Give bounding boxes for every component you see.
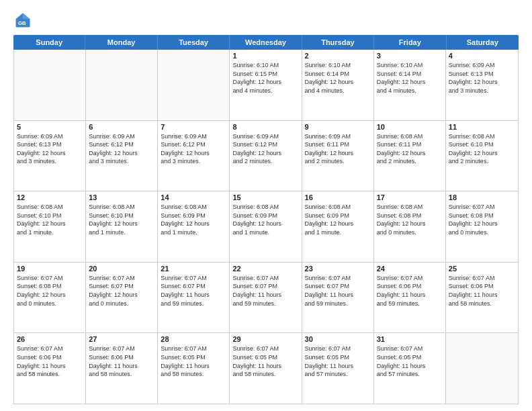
cell-info: Sunrise: 6:07 AMSunset: 6:07 PMDaylight:… xyxy=(89,274,154,308)
svg-text:GB: GB xyxy=(18,20,26,26)
cal-cell: 22Sunrise: 6:07 AMSunset: 6:07 PMDayligh… xyxy=(230,263,302,333)
cell-info: Sunrise: 6:09 AMSunset: 6:12 PMDaylight:… xyxy=(232,132,298,166)
day-number: 17 xyxy=(377,193,443,201)
logo-icon: GB xyxy=(13,11,32,30)
cal-cell: 12Sunrise: 6:08 AMSunset: 6:10 PMDayligh… xyxy=(14,191,86,262)
cell-info: Sunrise: 6:08 AMSunset: 6:09 PMDaylight:… xyxy=(232,203,298,236)
cell-info: Sunrise: 6:08 AMSunset: 6:08 PMDaylight:… xyxy=(377,203,443,236)
cell-info: Sunrise: 6:07 AMSunset: 6:05 PMDaylight:… xyxy=(305,345,371,378)
day-number: 18 xyxy=(449,193,515,201)
cal-cell: 2Sunrise: 6:10 AMSunset: 6:14 PMDaylight… xyxy=(302,50,374,120)
calendar-body: 1Sunrise: 6:10 AMSunset: 6:15 PMDaylight… xyxy=(13,50,519,404)
day-number: 25 xyxy=(449,265,515,273)
cell-info: Sunrise: 6:09 AMSunset: 6:12 PMDaylight:… xyxy=(161,132,226,166)
cell-info: Sunrise: 6:08 AMSunset: 6:09 PMDaylight:… xyxy=(305,203,371,236)
cal-cell: 1Sunrise: 6:10 AMSunset: 6:15 PMDaylight… xyxy=(230,50,302,120)
cal-cell: 30Sunrise: 6:07 AMSunset: 6:05 PMDayligh… xyxy=(302,333,374,404)
cell-info: Sunrise: 6:07 AMSunset: 6:06 PMDaylight:… xyxy=(449,274,515,308)
day-number: 22 xyxy=(232,265,298,273)
cal-cell: 25Sunrise: 6:07 AMSunset: 6:06 PMDayligh… xyxy=(446,263,518,333)
cell-info: Sunrise: 6:07 AMSunset: 6:05 PMDaylight:… xyxy=(377,345,443,378)
cell-info: Sunrise: 6:07 AMSunset: 6:05 PMDaylight:… xyxy=(232,345,298,378)
day-number: 20 xyxy=(89,265,154,273)
day-number: 4 xyxy=(449,52,515,60)
cal-cell: 11Sunrise: 6:08 AMSunset: 6:10 PMDayligh… xyxy=(446,121,518,191)
cal-cell: 28Sunrise: 6:07 AMSunset: 6:05 PMDayligh… xyxy=(158,333,230,404)
cell-info: Sunrise: 6:07 AMSunset: 6:08 PMDaylight:… xyxy=(17,274,83,308)
day-number: 13 xyxy=(89,193,154,201)
cell-info: Sunrise: 6:10 AMSunset: 6:14 PMDaylight:… xyxy=(377,61,443,95)
cal-cell: 10Sunrise: 6:08 AMSunset: 6:11 PMDayligh… xyxy=(374,121,446,191)
svg-marker-1 xyxy=(23,13,30,19)
cal-cell: 9Sunrise: 6:09 AMSunset: 6:11 PMDaylight… xyxy=(302,121,374,191)
cal-cell xyxy=(14,50,86,120)
header: GB xyxy=(13,11,519,30)
cal-cell: 8Sunrise: 6:09 AMSunset: 6:12 PMDaylight… xyxy=(230,121,302,191)
cal-cell: 7Sunrise: 6:09 AMSunset: 6:12 PMDaylight… xyxy=(158,121,230,191)
cal-cell xyxy=(158,50,230,120)
day-number: 26 xyxy=(17,335,83,343)
cal-cell: 29Sunrise: 6:07 AMSunset: 6:05 PMDayligh… xyxy=(230,333,302,404)
day-number: 19 xyxy=(17,265,83,273)
cell-info: Sunrise: 6:08 AMSunset: 6:10 PMDaylight:… xyxy=(449,132,515,166)
day-number: 9 xyxy=(305,123,371,131)
cell-info: Sunrise: 6:08 AMSunset: 6:10 PMDaylight:… xyxy=(89,203,154,236)
day-number: 15 xyxy=(232,193,298,201)
day-number: 2 xyxy=(305,52,371,60)
cell-info: Sunrise: 6:10 AMSunset: 6:15 PMDaylight:… xyxy=(232,61,298,95)
header-day-saturday: Saturday xyxy=(447,35,519,50)
day-number: 12 xyxy=(17,193,83,201)
day-number: 16 xyxy=(305,193,371,201)
cal-cell: 4Sunrise: 6:09 AMSunset: 6:13 PMDaylight… xyxy=(446,50,518,120)
cell-info: Sunrise: 6:10 AMSunset: 6:14 PMDaylight:… xyxy=(305,61,371,95)
cal-cell: 5Sunrise: 6:09 AMSunset: 6:13 PMDaylight… xyxy=(14,121,86,191)
cell-info: Sunrise: 6:07 AMSunset: 6:07 PMDaylight:… xyxy=(161,274,226,308)
page: GB SundayMondayTuesdayWednesdayThursdayF… xyxy=(0,0,532,411)
day-number: 6 xyxy=(89,123,154,131)
cal-cell: 21Sunrise: 6:07 AMSunset: 6:07 PMDayligh… xyxy=(158,263,230,333)
cal-cell: 3Sunrise: 6:10 AMSunset: 6:14 PMDaylight… xyxy=(374,50,446,120)
cell-info: Sunrise: 6:07 AMSunset: 6:08 PMDaylight:… xyxy=(449,203,515,236)
day-number: 8 xyxy=(232,123,298,131)
cal-cell: 24Sunrise: 6:07 AMSunset: 6:06 PMDayligh… xyxy=(374,263,446,333)
day-number: 29 xyxy=(232,335,298,343)
day-number: 28 xyxy=(161,335,226,343)
header-day-wednesday: Wednesday xyxy=(230,35,302,50)
day-number: 1 xyxy=(232,52,298,60)
cell-info: Sunrise: 6:07 AMSunset: 6:07 PMDaylight:… xyxy=(232,274,298,308)
cal-cell: 14Sunrise: 6:08 AMSunset: 6:09 PMDayligh… xyxy=(158,191,230,262)
day-number: 31 xyxy=(377,335,443,343)
cell-info: Sunrise: 6:07 AMSunset: 6:06 PMDaylight:… xyxy=(377,274,443,308)
cell-info: Sunrise: 6:07 AMSunset: 6:06 PMDaylight:… xyxy=(89,345,154,378)
day-number: 3 xyxy=(377,52,443,60)
cal-cell: 15Sunrise: 6:08 AMSunset: 6:09 PMDayligh… xyxy=(230,191,302,262)
header-day-thursday: Thursday xyxy=(302,35,374,50)
cal-cell: 17Sunrise: 6:08 AMSunset: 6:08 PMDayligh… xyxy=(374,191,446,262)
cell-info: Sunrise: 6:09 AMSunset: 6:13 PMDaylight:… xyxy=(449,61,515,95)
cal-cell: 18Sunrise: 6:07 AMSunset: 6:08 PMDayligh… xyxy=(446,191,518,262)
week-row-1: 1Sunrise: 6:10 AMSunset: 6:15 PMDaylight… xyxy=(14,50,518,121)
header-day-sunday: Sunday xyxy=(13,35,85,50)
cell-info: Sunrise: 6:07 AMSunset: 6:06 PMDaylight:… xyxy=(17,345,83,378)
cal-cell: 23Sunrise: 6:07 AMSunset: 6:07 PMDayligh… xyxy=(302,263,374,333)
cell-info: Sunrise: 6:09 AMSunset: 6:13 PMDaylight:… xyxy=(17,132,83,166)
cell-info: Sunrise: 6:08 AMSunset: 6:09 PMDaylight:… xyxy=(161,203,226,236)
day-number: 5 xyxy=(17,123,83,131)
cal-cell: 27Sunrise: 6:07 AMSunset: 6:06 PMDayligh… xyxy=(86,333,158,404)
day-number: 7 xyxy=(161,123,226,131)
header-day-monday: Monday xyxy=(85,35,157,50)
week-row-4: 19Sunrise: 6:07 AMSunset: 6:08 PMDayligh… xyxy=(14,263,518,334)
day-number: 27 xyxy=(89,335,154,343)
cal-cell xyxy=(446,333,518,404)
calendar-header: SundayMondayTuesdayWednesdayThursdayFrid… xyxy=(13,35,519,50)
cal-cell: 20Sunrise: 6:07 AMSunset: 6:07 PMDayligh… xyxy=(86,263,158,333)
logo: GB xyxy=(13,11,35,30)
day-number: 23 xyxy=(305,265,371,273)
calendar: SundayMondayTuesdayWednesdayThursdayFrid… xyxy=(13,35,519,404)
cal-cell xyxy=(86,50,158,120)
day-number: 11 xyxy=(449,123,515,131)
day-number: 14 xyxy=(161,193,226,201)
cal-cell: 19Sunrise: 6:07 AMSunset: 6:08 PMDayligh… xyxy=(14,263,86,333)
cal-cell: 16Sunrise: 6:08 AMSunset: 6:09 PMDayligh… xyxy=(302,191,374,262)
header-day-tuesday: Tuesday xyxy=(158,35,230,50)
